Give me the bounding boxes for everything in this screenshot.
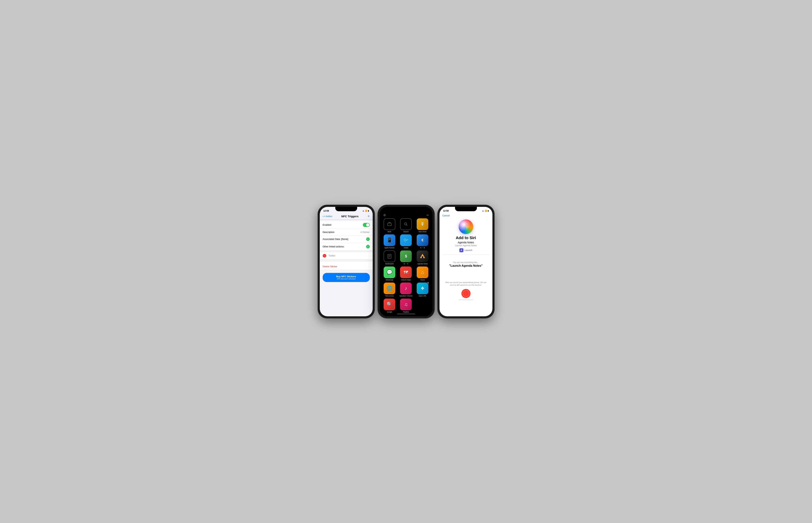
record-button[interactable] [461,289,471,298]
notch [335,207,357,211]
twitter-remove-button[interactable]: − [323,254,326,257]
delete-label: Delete Sticker [323,265,337,268]
app-item-twitter[interactable]: 🐦 Twitter [399,234,413,249]
svg-point-1 [404,223,407,225]
enabled-row: Enabled [320,221,373,229]
p3-status-icons: ▲ 🛜 ▮ [482,210,489,212]
associated-data-label: Associated Data: [None] [323,238,348,240]
app-item-speakers[interactable]: ♪ Speakers Volume [399,283,413,297]
p3-status-time: 12:59 [443,210,449,212]
phone-shortcuts: ⚙ ✏ Work [378,205,435,318]
minus-icon: − [323,254,325,257]
add-button[interactable]: + [368,214,370,218]
app-item-newshow[interactable]: 🎙 New Show [415,218,430,233]
gear-icon[interactable]: ⚙ [383,213,386,217]
home-app-icon: ⌂ [417,267,428,278]
app-item-whatsapp[interactable]: 💬 WhatsApp [382,267,397,281]
app-item-timezones[interactable]: 🌐 Time Zones [382,283,397,297]
p3-signal-icon: ▲ [482,210,484,212]
svg-rect-0 [388,223,391,226]
app-item-google[interactable]: 🔍 Google [382,299,397,313]
searchmaps-icon: 🗺 [400,267,412,278]
app-item-openurl[interactable]: ✤ )))) Open URL [415,283,430,297]
app-item-agenda[interactable]: Agenda Notes [415,251,430,265]
action-label: Launch Agenda Notes [440,244,492,247]
page-title: NFC Triggers [341,215,358,218]
dollar-euro-label: $ → € [404,263,408,265]
enabled-toggle[interactable] [363,223,370,227]
p3-wifi-icon: 🛜 [485,210,487,212]
cancel-button[interactable]: Cancel [442,214,450,217]
launch-text: Launch [464,249,472,252]
search-label: Search [403,231,409,233]
launch-row: A Launch [440,248,492,252]
openurl-label: Open URL [419,295,426,297]
associated-data-row[interactable]: Associated Data: [None] + [320,235,373,243]
nfc-badge: )))) [427,282,429,284]
google-icon: 🔍 [384,299,395,310]
agenda-label: Agenda Notes [418,263,428,265]
say-prompt: You can say something like... [442,261,490,264]
app-item-euro-to-dollar[interactable]: € € → $ [415,234,430,249]
bottom-note: After you record your personalized phras… [440,281,492,286]
say-section: You can say something like... "Launch Ag… [440,258,492,270]
app-grid: Work Search 🎙 [379,218,433,313]
speakers-icon: ♪ [400,283,412,294]
pencil-icon[interactable]: ✏ [426,213,429,217]
timezones-icon: 🌐 [384,283,395,294]
signal-icon: ▲ [363,210,364,212]
plus-icon2: + [367,245,369,248]
bookmarks-icon [384,251,395,262]
settings-section: Enabled Description A Sticker Associated… [320,221,373,251]
openurl-icon: ✤ )))) [417,283,428,294]
back-label: < Action [324,215,332,218]
nav-bar: ‹ < Action NFC Triggers + [320,213,373,219]
app-item-work[interactable]: Work [382,218,397,233]
status-time: 12:59 [323,210,329,212]
timezones-label: Time Zones [385,295,394,297]
searchmaps-label: Search Maps [401,279,411,281]
twitter-icon: 🐦 [400,234,412,246]
associated-data-add-button[interactable]: + [366,237,370,241]
record-inner [463,290,469,297]
home-label: Home [420,279,425,281]
app-item-appleframes[interactable]: 📱 Apple Frames [382,234,397,249]
newshow-label: New Show [419,231,426,233]
phone3-screen: 12:59 ▲ 🛜 ▮ Cancel Add to Siri Agenda No… [440,207,492,316]
app-item-home[interactable]: ⌂ Home [415,267,430,281]
home-indicator-white [459,300,473,300]
notch3 [455,207,477,211]
linked-actions-label: Other linked actions: [323,245,345,248]
status-icons: ▲ 🛜 ▮ [363,210,369,212]
back-button[interactable]: ‹ < Action [323,215,332,218]
linked-actions-row[interactable]: Other linked actions: + [320,243,373,251]
playlists-label: Playlists [403,311,409,313]
phone2-screen: ⚙ ✏ Work [379,207,433,316]
app-item-bookmarks[interactable]: Bookmarks [382,251,397,265]
dollar-euro-icon: $ [400,251,412,262]
battery-icon: ▮ [368,210,369,212]
notch2 [395,207,417,211]
linked-actions-add-button[interactable]: + [366,245,370,249]
twitter-label2: Twitter [404,247,408,249]
buy-title: Buy NFC Stickers [325,275,368,278]
phone-nfc-triggers: 12:59 ▲ 🛜 ▮ ‹ < Action NFC Triggers + [318,205,374,318]
agenda-app-icon: A [459,248,463,252]
delete-row[interactable]: Delete Sticker [320,263,373,270]
add-to-siri-title: Add to Siri [440,235,492,240]
phones-container: 12:59 ▲ 🛜 ▮ ‹ < Action NFC Triggers + [318,205,494,318]
app-item-playlists[interactable]: ♫ Playlists [399,299,413,313]
buy-button[interactable]: Buy NFC Stickers 10% discount unlocked [323,273,370,282]
twitter-label: Twitter [329,254,335,257]
app-name: Agenda Notes [440,241,492,244]
plus-icon: + [367,238,369,240]
app-item-dollar-to-euro[interactable]: $ $ → € [399,251,413,265]
appleframes-icon: 📱 [384,234,395,246]
phone-add-to-siri: 12:59 ▲ 🛜 ▮ Cancel Add to Siri Agenda No… [438,205,494,318]
app-item-searchmaps[interactable]: 🗺 Search Maps [399,267,413,281]
app-item-search[interactable]: Search [399,218,413,233]
agenda-app-letter: A [461,249,462,252]
work-label: Work [387,231,391,233]
appleframes-label: Apple Frames [384,247,394,249]
divider [320,219,373,220]
